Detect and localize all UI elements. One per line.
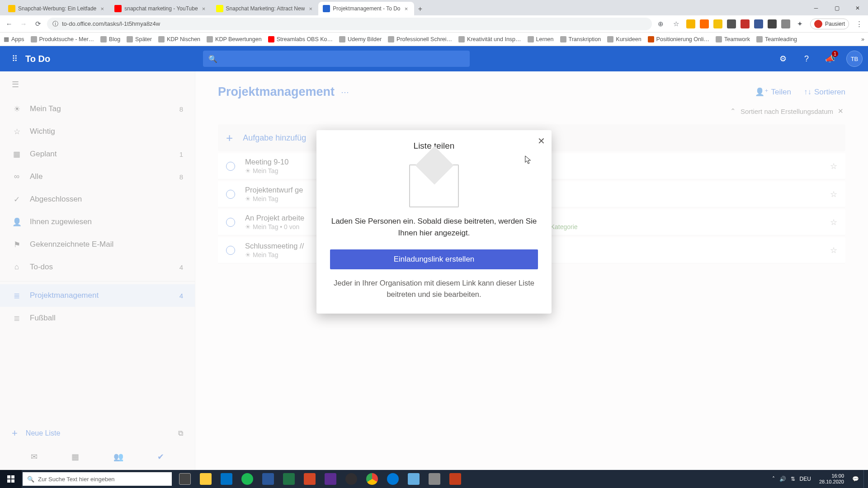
- bookmarks-bar: ▦Apps Produktsuche - Mer… Blog Später KD…: [0, 33, 868, 46]
- maximize-button[interactable]: ▢: [826, 1, 847, 15]
- powerpoint-icon[interactable]: [299, 470, 320, 488]
- app-icon[interactable]: [424, 470, 445, 488]
- cursor-icon: [524, 155, 533, 165]
- bookmark[interactable]: KDP Bewertungen: [207, 36, 262, 42]
- settings-icon[interactable]: ⚙: [776, 52, 790, 66]
- search-input[interactable]: 🔍: [203, 51, 470, 67]
- bookmark[interactable]: Später: [127, 36, 152, 42]
- clock[interactable]: 16:0028.10.2020: [816, 473, 848, 485]
- profile-chip[interactable]: Pausiert: [810, 19, 849, 29]
- address-bar: ← → ⟳ ⓘ to-do.office.com/tasks/l-1t5hmya…: [0, 15, 868, 33]
- modal-description: Laden Sie Personen ein. Sobald diese bei…: [330, 216, 538, 239]
- bookmark[interactable]: Kursideen: [607, 36, 641, 42]
- notepad-icon[interactable]: [403, 470, 424, 488]
- bookmark[interactable]: Blog: [100, 36, 120, 42]
- url-text: to-do.office.com/tasks/l-1t5hmya8z4w: [62, 20, 160, 27]
- bookmark[interactable]: KDP Nischen: [158, 36, 200, 42]
- bookmark-icon[interactable]: ☆: [671, 19, 682, 29]
- notification-center-icon[interactable]: 💬: [852, 476, 859, 482]
- search-icon: 🔍: [208, 55, 217, 63]
- chrome-icon[interactable]: [362, 470, 382, 488]
- bookmark[interactable]: Teamwork: [716, 36, 750, 42]
- close-icon[interactable]: ×: [99, 5, 105, 12]
- extension-icon[interactable]: [754, 19, 763, 28]
- mail-icon[interactable]: [216, 470, 237, 488]
- megaphone-icon[interactable]: 📣1: [823, 52, 837, 66]
- create-invite-link-button[interactable]: Einladungslink erstellen: [330, 249, 538, 269]
- tray-chevron-icon[interactable]: ˄: [772, 476, 775, 482]
- app-header: ⠿ To Do 🔍 ⚙ ? 📣1 TB: [0, 46, 868, 71]
- browser-tab[interactable]: Snapchat-Werbung: Ein Leitfade×: [4, 2, 110, 15]
- bookmark[interactable]: ▦Apps: [4, 36, 24, 42]
- extension-icon[interactable]: [713, 19, 722, 28]
- url-input[interactable]: ⓘ to-do.office.com/tasks/l-1t5hmya8z4w: [47, 18, 652, 30]
- extension-icon[interactable]: [781, 19, 790, 28]
- bookmark[interactable]: Positionierung Onli…: [648, 36, 709, 42]
- browser-tab[interactable]: snapchat marketing - YouTube×: [110, 2, 211, 15]
- chrome-menu-icon[interactable]: ⋮: [854, 19, 864, 29]
- start-button[interactable]: [0, 470, 22, 488]
- task-view-icon[interactable]: [175, 470, 195, 488]
- close-icon[interactable]: ×: [403, 5, 410, 12]
- bookmark[interactable]: Streamlabs OBS Ko…: [268, 36, 333, 42]
- window-controls: ─ ▢ ✕: [806, 1, 868, 15]
- site-info-icon[interactable]: ⓘ: [52, 20, 58, 28]
- minimize-button[interactable]: ─: [806, 1, 826, 15]
- app-title: To Do: [25, 54, 50, 64]
- bookmarks-overflow[interactable]: »: [861, 36, 864, 42]
- extension-icon[interactable]: [768, 19, 777, 28]
- bookmark[interactable]: Kreativität und Insp…: [458, 36, 521, 42]
- word-icon[interactable]: [258, 470, 278, 488]
- reload-button[interactable]: ⟳: [33, 19, 43, 29]
- back-button[interactable]: ←: [4, 19, 14, 29]
- taskbar-search[interactable]: 🔍Zur Suche Text hier eingeben: [23, 472, 172, 486]
- help-icon[interactable]: ?: [799, 52, 814, 66]
- wifi-icon[interactable]: ⇅: [791, 476, 795, 482]
- obs-icon[interactable]: [341, 470, 362, 488]
- language-indicator[interactable]: DEU: [800, 476, 811, 482]
- close-window-button[interactable]: ✕: [847, 1, 868, 15]
- show-desktop-button[interactable]: [863, 470, 866, 488]
- svg-rect-2: [7, 479, 10, 483]
- avatar[interactable]: TB: [846, 51, 863, 67]
- share-list-modal: ✕ Liste teilen Laden Sie Personen ein. S…: [316, 130, 552, 314]
- app-launcher-icon[interactable]: ⠿: [5, 50, 24, 68]
- forward-button[interactable]: →: [18, 19, 29, 29]
- taskbar: 🔍Zur Suche Text hier eingeben ˄ 🔊 ⇅ DEU …: [0, 470, 868, 488]
- close-icon[interactable]: ×: [307, 5, 314, 12]
- svg-rect-1: [11, 475, 14, 479]
- search-icon: 🔍: [27, 476, 34, 483]
- bookmark[interactable]: Transkription: [560, 36, 601, 42]
- bookmark[interactable]: Lernen: [528, 36, 554, 42]
- extensions-menu-icon[interactable]: ✦: [795, 19, 806, 29]
- bookmark[interactable]: Udemy Bilder: [339, 36, 382, 42]
- extension-icon[interactable]: [727, 19, 736, 28]
- close-modal-button[interactable]: ✕: [538, 136, 545, 146]
- modal-subtext: Jeder in Ihrer Organisation mit diesem L…: [330, 277, 538, 300]
- extension-icon[interactable]: [686, 19, 695, 28]
- app-icon[interactable]: [320, 470, 341, 488]
- browser-tabs-strip: Snapchat-Werbung: Ein Leitfade× snapchat…: [0, 0, 868, 15]
- svg-rect-0: [7, 475, 10, 479]
- svg-rect-3: [11, 479, 14, 483]
- bookmark[interactable]: Teamleading: [756, 36, 797, 42]
- excel-icon[interactable]: [278, 470, 299, 488]
- extension-icon[interactable]: [700, 19, 709, 28]
- spotify-icon[interactable]: [237, 470, 258, 488]
- browser-tab-active[interactable]: Projektmanagement - To Do×: [318, 2, 414, 15]
- volume-icon[interactable]: 🔊: [779, 476, 786, 482]
- bookmark[interactable]: Professionell Schrei…: [388, 36, 452, 42]
- browser-tab[interactable]: Snapchat Marketing: Attract New×: [212, 2, 319, 15]
- bookmark[interactable]: Produktsuche - Mer…: [31, 36, 94, 42]
- close-icon[interactable]: ×: [201, 5, 207, 12]
- envelope-icon: [409, 164, 459, 207]
- zoom-icon[interactable]: ⊕: [656, 19, 666, 29]
- new-tab-button[interactable]: +: [414, 3, 427, 15]
- edge-icon[interactable]: [382, 470, 403, 488]
- modal-overlay: ✕ Liste teilen Laden Sie Personen ein. S…: [0, 71, 868, 470]
- explorer-icon[interactable]: [195, 470, 216, 488]
- app-icon[interactable]: [445, 470, 466, 488]
- apps-icon: ▦: [4, 36, 9, 42]
- extension-icon[interactable]: [741, 19, 750, 28]
